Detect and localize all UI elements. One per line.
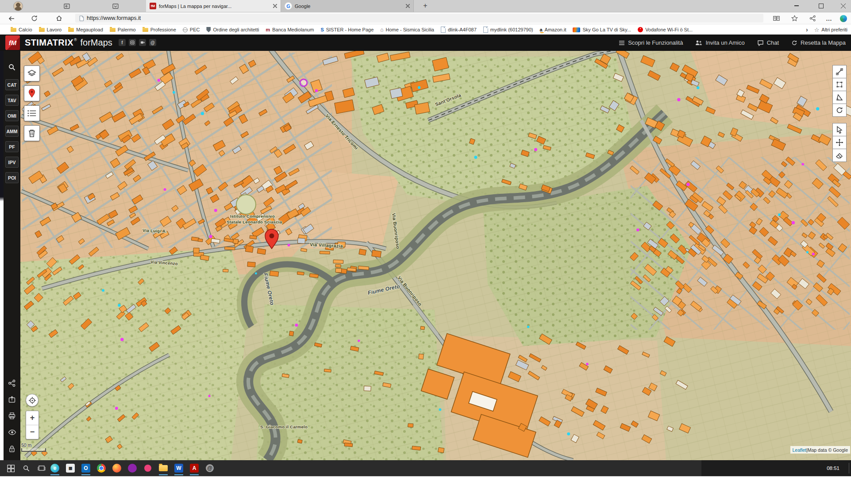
taskbar-app-edge[interactable]: e	[50, 463, 60, 473]
favorite-pec[interactable]: PEC	[183, 27, 200, 32]
show-desktop-handle[interactable]	[849, 463, 849, 473]
favorite-mydlink[interactable]: mydlink (60129790)	[483, 27, 533, 33]
favorite-amazon[interactable]: aAmazon.it	[539, 27, 566, 32]
restore-button[interactable]	[813, 0, 828, 12]
minimize-button[interactable]	[789, 0, 804, 12]
sidebar-item-cat[interactable]: CAT	[5, 79, 19, 90]
sidebar-item-amm[interactable]: AMM	[5, 126, 19, 137]
nav-resetta-mappa[interactable]: Resetta la Mappa	[791, 39, 846, 46]
taskbar-clock[interactable]: 08:51	[827, 460, 839, 476]
taskbar-app-mail[interactable]: @	[204, 463, 215, 473]
sidebar-item-pf[interactable]: PF	[5, 141, 19, 152]
formaps-favicon: fM	[150, 3, 156, 9]
taskbar-app-panel[interactable]: ▦	[65, 463, 76, 473]
favorite-vodafone[interactable]: 'Vodafone Wi-Fi ö St...	[638, 27, 693, 32]
favorite-calcio[interactable]: Calcio	[11, 27, 32, 32]
left-gutter	[0, 51, 4, 460]
export-icon[interactable]	[7, 395, 17, 404]
measure-angle-button[interactable]	[832, 91, 847, 104]
taskbar-app-chrome[interactable]	[96, 463, 107, 473]
locate-button[interactable]	[26, 394, 39, 407]
printer-icon[interactable]	[7, 411, 17, 421]
sidebar-item-omi[interactable]: OMI	[5, 110, 19, 121]
measure-distance-button[interactable]	[832, 65, 847, 78]
extension-icon[interactable]	[839, 14, 847, 23]
profile-avatar[interactable]	[13, 1, 23, 11]
favorite-lavoro[interactable]: Lavoro	[39, 27, 62, 32]
favorite-dlink[interactable]: dlink-A4F087	[441, 27, 477, 33]
instagram-icon[interactable]	[129, 39, 136, 46]
taskbar-app-purple[interactable]	[127, 463, 138, 473]
video-icon[interactable]	[139, 39, 146, 46]
scale-control: 50 m	[21, 442, 46, 452]
tab-google[interactable]: G Google	[281, 0, 414, 12]
favorite-banca-mediolanum[interactable]: mBanca Mediolanum	[266, 27, 314, 32]
taskbar-search-button[interactable]	[21, 463, 31, 473]
add-favorite-star-icon[interactable]	[790, 14, 799, 23]
sidebar-item-tav[interactable]: TAV	[5, 95, 19, 106]
marker-button[interactable]	[24, 85, 40, 101]
close-tab-icon[interactable]	[406, 4, 410, 8]
taskbar-app-outlook[interactable]: O	[81, 463, 91, 473]
more-favorites[interactable]: ☆ Altri preferiti	[814, 27, 847, 33]
favorite-sismica-sicilia[interactable]: ⌂Home - Sismica Sicilia	[380, 27, 434, 32]
taskbar-app-firefox[interactable]	[112, 463, 122, 473]
reading-view-icon[interactable]	[772, 14, 781, 23]
layers-button[interactable]	[24, 65, 40, 81]
sister-icon: S	[320, 27, 323, 32]
search-icon[interactable]	[7, 62, 17, 72]
refresh-button[interactable]	[30, 14, 39, 23]
start-button[interactable]	[5, 463, 16, 473]
new-tab-button[interactable]: +	[420, 1, 430, 11]
nav-scopri-funzionalita[interactable]: Scopri le Funzionalità	[619, 39, 683, 46]
url-field[interactable]: https://www.formaps.it	[75, 14, 763, 23]
more-options-icon[interactable]: …	[825, 14, 833, 23]
list-button[interactable]	[24, 105, 40, 121]
taskbar-app-word[interactable]: W	[173, 463, 184, 473]
taskbar-app-acrobat[interactable]: A	[189, 463, 200, 473]
taskbar-app-explorer[interactable]	[158, 463, 169, 473]
zoom-out-button[interactable]: −	[26, 425, 39, 439]
back-button[interactable]	[7, 14, 15, 23]
leaflet-link[interactable]: Leaflet	[793, 447, 807, 453]
sidebar-item-poi[interactable]: POI	[5, 172, 19, 183]
nav-chat[interactable]: Chat	[757, 39, 779, 46]
favorite-sister[interactable]: SSISTER - Home Page	[320, 27, 374, 32]
map-attribution: Leaflet | Map data © Google	[790, 446, 850, 454]
favorite-sky[interactable]: Sky Go La TV di Sky...	[573, 27, 631, 32]
close-window-button[interactable]	[836, 0, 851, 12]
home-button[interactable]	[55, 14, 63, 23]
favorites-overflow-chevron[interactable]: ›	[806, 26, 808, 33]
trash-button[interactable]	[24, 125, 40, 141]
tab-formaps[interactable]: fM forMaps | La mappa per navigar...	[146, 0, 281, 12]
rotate-button[interactable]	[832, 104, 847, 117]
favorite-megaupload[interactable]: Megaupload	[68, 27, 103, 32]
favorite-ordine-architetti[interactable]: Ordine degli architetti	[206, 27, 259, 32]
ruler-icon	[836, 68, 843, 76]
task-view-button[interactable]	[36, 463, 47, 473]
select-button[interactable]	[832, 123, 847, 136]
formaps-logo[interactable]: fM	[5, 35, 20, 50]
eye-icon[interactable]	[7, 427, 17, 437]
reset-icon	[791, 40, 797, 46]
erase-button[interactable]	[832, 149, 847, 162]
pan-button[interactable]	[832, 136, 847, 149]
favorite-palermo[interactable]: Palermo	[110, 27, 136, 32]
sidebar-item-ipv[interactable]: IPV	[5, 157, 19, 168]
measure-area-button[interactable]	[832, 78, 847, 91]
chrome-icon	[97, 464, 106, 473]
favorite-professione[interactable]: Professione	[142, 27, 176, 32]
lock-icon[interactable]	[7, 444, 17, 454]
map-canvas[interactable]: Via Ernesto Tricomi Sant'Orsola Istituto…	[20, 51, 851, 460]
taskbar-app-pink[interactable]	[142, 463, 153, 473]
facebook-icon[interactable]: f	[119, 39, 126, 46]
zoom-in-button[interactable]: +	[26, 411, 39, 425]
area-icon	[836, 81, 843, 88]
close-tab-icon[interactable]	[273, 4, 277, 8]
share-icon[interactable]	[7, 378, 17, 388]
tab-preview-icon[interactable]	[112, 2, 119, 10]
email-icon[interactable]: @	[149, 39, 156, 46]
set-tabs-aside-icon[interactable]	[63, 2, 70, 10]
share-icon[interactable]	[809, 14, 817, 23]
nav-invita-amico[interactable]: Invita un Amico	[695, 39, 744, 46]
